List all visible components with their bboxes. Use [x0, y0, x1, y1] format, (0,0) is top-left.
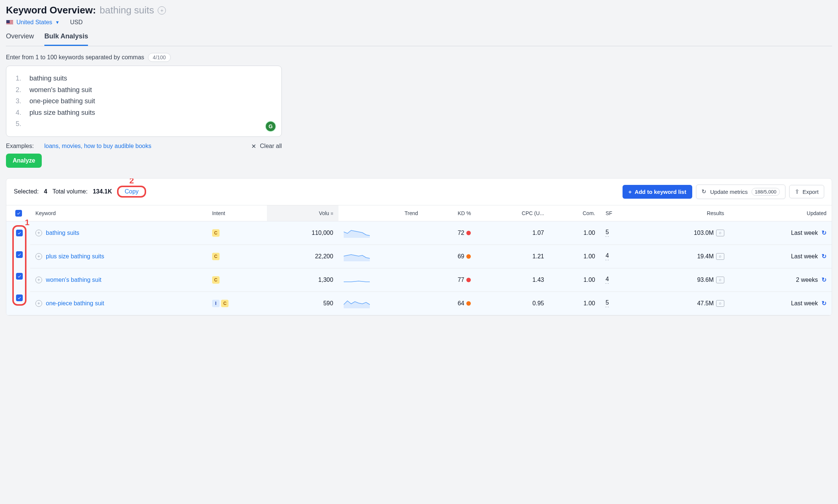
expand-icon[interactable]: + — [35, 253, 42, 260]
refresh-row-icon[interactable]: ↻ — [822, 300, 826, 307]
com-value: 1.00 — [549, 292, 600, 315]
close-icon: ✕ — [251, 143, 256, 150]
clear-all-button[interactable]: ✕ Clear all — [251, 143, 282, 150]
col-cpc[interactable]: CPC (U... — [476, 205, 549, 221]
trend-spark — [338, 268, 423, 292]
row-checkbox[interactable] — [16, 230, 23, 236]
selected-label: Selected: — [14, 188, 39, 195]
totalvol-value: 134.1K — [93, 188, 112, 195]
add-keyword-icon[interactable]: + — [158, 6, 166, 15]
trend-spark — [338, 221, 423, 245]
volume-value: 22,200 — [267, 245, 338, 268]
kd-value: 77 — [458, 277, 464, 283]
serp-snapshot-icon[interactable]: ⎚ — [716, 253, 724, 260]
select-all-checkbox[interactable] — [15, 210, 22, 217]
cpc-value: 1.07 — [476, 221, 549, 245]
tab-bulk-analysis[interactable]: Bulk Analysis — [44, 32, 88, 46]
kd-value: 69 — [458, 253, 464, 260]
col-keyword[interactable]: Keyword — [30, 205, 207, 221]
copy-button[interactable]: Copy — [125, 188, 138, 195]
trend-spark — [338, 292, 423, 315]
sf-value[interactable]: 5 — [605, 299, 609, 307]
quota-badge: 188/5,000 — [752, 188, 780, 196]
update-label: Update metrics — [710, 189, 748, 195]
col-volume[interactable]: Volu≡ — [267, 205, 338, 221]
tab-overview[interactable]: Overview — [6, 32, 34, 46]
cpc-value: 1.43 — [476, 268, 549, 292]
cpc-value: 1.21 — [476, 245, 549, 268]
difficulty-dot-icon — [466, 301, 471, 306]
callout-1-label: 1 — [25, 218, 29, 227]
export-button[interactable]: ⇪ Export — [789, 185, 824, 198]
expand-icon[interactable]: + — [35, 230, 42, 236]
table-row: +women's bathing suitC1,300771.431.00493… — [6, 268, 832, 292]
results-value: 19.4M — [697, 253, 713, 259]
col-updated[interactable]: Updated — [730, 205, 832, 221]
refresh-row-icon[interactable]: ↻ — [822, 253, 826, 260]
col-sf[interactable]: SF — [600, 205, 638, 221]
serp-snapshot-icon[interactable]: ⎚ — [716, 300, 724, 307]
country-selector[interactable]: United States ▼ — [6, 19, 60, 26]
currency-label: USD — [70, 19, 83, 26]
col-kd[interactable]: KD % — [423, 205, 476, 221]
expand-icon[interactable]: + — [35, 300, 42, 307]
us-flag-icon — [6, 20, 13, 25]
callout-1: 1 — [12, 225, 26, 306]
row-checkbox[interactable] — [16, 294, 23, 301]
updated-value: Last week — [791, 300, 818, 307]
export-label: Export — [803, 189, 819, 195]
volume-value: 590 — [267, 292, 338, 315]
col-results[interactable]: Results — [639, 205, 730, 221]
col-com[interactable]: Com. — [549, 205, 600, 221]
keyword-link[interactable]: one-piece bathing suit — [46, 300, 104, 307]
updated-value: Last week — [791, 253, 818, 260]
results-value: 47.5M — [697, 300, 713, 306]
refresh-row-icon[interactable]: ↻ — [822, 229, 826, 236]
page-title-keyword: bathing suits — [100, 4, 154, 16]
cpc-value: 0.95 — [476, 292, 549, 315]
totalvol-label: Total volume: — [53, 188, 88, 195]
grammarly-icon[interactable]: G — [265, 121, 276, 132]
update-metrics-button[interactable]: ↻ Update metrics 188/5,000 — [696, 185, 785, 199]
col-intent[interactable]: Intent — [207, 205, 267, 221]
examples-label: Examples: — [6, 143, 34, 149]
intent-badge-c: C — [221, 300, 229, 307]
sf-value[interactable]: 4 — [605, 252, 609, 260]
table-row: 1 +bathing suitsC110,000721.071.005103.0… — [6, 221, 832, 245]
kw-line: one-piece bathing suit — [29, 95, 95, 107]
intent-badge-i: I — [212, 300, 220, 307]
row-checkbox[interactable] — [16, 251, 23, 258]
plus-icon: + — [628, 189, 632, 195]
difficulty-dot-icon — [466, 231, 471, 235]
analyze-button[interactable]: Analyze — [6, 154, 42, 168]
intent-badge-c: C — [212, 253, 220, 260]
refresh-row-icon[interactable]: ↻ — [822, 276, 826, 283]
examples-links[interactable]: loans, movies, how to buy audible books — [44, 143, 151, 149]
callout-2: 2 Copy — [117, 186, 146, 198]
difficulty-dot-icon — [466, 278, 471, 282]
page-title-prefix: Keyword Overview: — [6, 4, 96, 16]
row-checkbox[interactable] — [16, 273, 23, 280]
add-to-keyword-list-button[interactable]: + Add to keyword list — [623, 185, 692, 199]
input-prompt: Enter from 1 to 100 keywords separated b… — [6, 54, 144, 61]
keyword-link[interactable]: bathing suits — [46, 230, 79, 236]
serp-snapshot-icon[interactable]: ⎚ — [716, 230, 724, 236]
trend-spark — [338, 245, 423, 268]
keyword-counter: 4/100 — [148, 53, 171, 62]
serp-snapshot-icon[interactable]: ⎚ — [716, 277, 724, 283]
intent-badge-c: C — [212, 229, 220, 237]
volume-value: 110,000 — [267, 221, 338, 245]
keyword-link[interactable]: women's bathing suit — [46, 277, 101, 283]
col-trend[interactable]: Trend — [338, 205, 423, 221]
expand-icon[interactable]: + — [35, 277, 42, 283]
keyword-link[interactable]: plus size bathing suits — [46, 253, 104, 260]
add-label: Add to keyword list — [635, 189, 686, 195]
clear-label: Clear all — [260, 143, 282, 149]
keyword-input[interactable]: 1.bathing suits 2.women's bathing suit 3… — [6, 66, 282, 137]
intent-badge-c: C — [212, 276, 220, 284]
sf-value[interactable]: 4 — [605, 276, 609, 284]
sf-value[interactable]: 5 — [605, 229, 609, 237]
selected-count: 4 — [44, 188, 47, 195]
chevron-down-icon: ▼ — [55, 20, 60, 25]
difficulty-dot-icon — [466, 254, 471, 259]
